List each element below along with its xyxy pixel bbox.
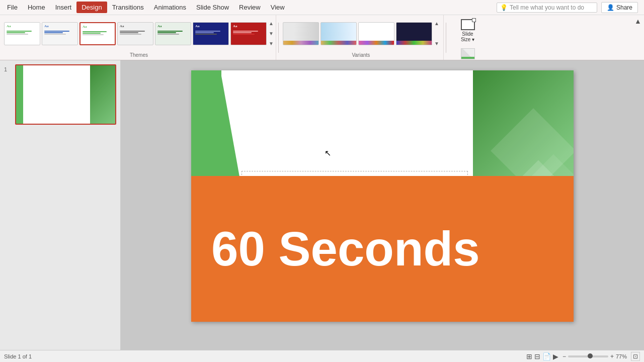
zoom-level: 77% — [616, 353, 627, 359]
overlay-text: 60 Seconds — [211, 221, 480, 277]
slide-thumbnail[interactable] — [15, 64, 116, 125]
menu-review[interactable]: Review — [234, 2, 266, 13]
slide-size-button[interactable]: SlideSize ▾ — [450, 17, 485, 44]
variant-1[interactable] — [283, 22, 319, 45]
slide-item-1[interactable]: 1 — [4, 64, 116, 125]
variants-section: ▲ ▼ Variants — [281, 15, 444, 60]
customize-section: SlideSize ▾ FormatBackground Customize — [448, 15, 489, 60]
fit-slide-button[interactable]: ⊡ — [631, 352, 640, 361]
menu-insert[interactable]: Insert — [50, 2, 77, 13]
search-box[interactable]: 💡 Tell me what you want to do — [497, 3, 597, 13]
themes-divider — [278, 23, 279, 53]
slideshow-button[interactable]: ▶ — [553, 352, 558, 360]
scroll-down-button[interactable]: ▼ — [269, 31, 274, 36]
variant-scroll: ▲ ▼ — [434, 21, 439, 46]
zoom-area: − + 77% — [562, 353, 627, 360]
slide-thumb-inner — [16, 65, 115, 124]
slide-size-icon — [461, 19, 475, 30]
zoom-thumb — [588, 353, 593, 358]
theme-5[interactable]: Aa — [155, 22, 191, 45]
share-label: Share — [616, 4, 632, 11]
menu-file[interactable]: File — [2, 2, 23, 13]
variant-2[interactable] — [320, 22, 357, 45]
canvas-area[interactable]: Click to add title subtitle 60 Seconds ↖ — [121, 60, 644, 362]
share-button[interactable]: 👤 Share — [601, 2, 638, 13]
ribbon-collapse-button[interactable]: ▲ — [634, 17, 642, 25]
menu-home[interactable]: Home — [23, 2, 50, 13]
search-placeholder: Tell me what you want to do — [510, 4, 584, 11]
variant-scroll-up[interactable]: ▲ — [434, 21, 439, 26]
search-area: 💡 Tell me what you want to do 👤 Share — [497, 2, 642, 13]
menu-bar: File Home Insert Design Transitions Anim… — [0, 0, 644, 15]
menu-slideshow[interactable]: Slide Show — [191, 2, 234, 13]
reading-view-button[interactable]: 📄 — [542, 352, 551, 360]
format-background-bar-icon — [461, 57, 474, 59]
theme-1[interactable]: Aa — [4, 22, 40, 45]
slide-info: Slide 1 of 1 — [4, 353, 32, 359]
slide-size-label: SlideSize ▾ — [461, 31, 474, 42]
variant-scroll-down[interactable]: ▼ — [434, 41, 439, 46]
variants-gallery: ▲ ▼ — [283, 17, 439, 50]
theme-3[interactable]: Aa — [79, 22, 116, 45]
slide-panel: 1 — [0, 60, 121, 362]
themes-gallery: Aa Aa — [4, 17, 274, 50]
ribbon: Aa Aa — [0, 15, 644, 60]
zoom-slider[interactable] — [568, 355, 608, 357]
slide-canvas: Click to add title subtitle 60 Seconds — [191, 70, 574, 322]
variants-label: Variants — [352, 50, 370, 58]
theme-6[interactable]: Aa — [193, 22, 229, 45]
scroll-up-button[interactable]: ▲ — [269, 21, 274, 26]
thumb-green-right — [90, 65, 115, 124]
orange-overlay: 60 Seconds — [191, 176, 574, 322]
variant-3[interactable] — [358, 22, 394, 45]
themes-section: Aa Aa — [2, 15, 276, 60]
scroll-more-button[interactable]: ▼ — [269, 41, 274, 46]
ribbon-collapse-area: ▲ — [634, 15, 642, 60]
themes-label: Themes — [130, 50, 148, 58]
slide-sorter-button[interactable]: ⊟ — [534, 352, 540, 360]
status-bar: Slide 1 of 1 ⊞ ⊟ 📄 ▶ − + 77% ⊡ — [0, 350, 644, 362]
main-area: 1 — [0, 60, 644, 362]
status-right: ⊞ ⊟ 📄 ▶ − + 77% ⊡ — [526, 352, 640, 361]
thumb-green-bar — [16, 65, 23, 124]
slide-number: 1 — [4, 64, 12, 72]
format-background-icon — [461, 48, 475, 59]
menu-view[interactable]: View — [266, 2, 290, 13]
normal-view-button[interactable]: ⊞ — [526, 352, 532, 360]
theme-7[interactable]: Aa — [230, 22, 267, 45]
variant-4[interactable] — [396, 22, 432, 45]
variants-divider — [446, 23, 446, 53]
person-icon: 👤 — [607, 4, 614, 11]
theme-4[interactable]: Aa — [117, 22, 153, 45]
zoom-minus-button[interactable]: − — [562, 353, 566, 360]
view-buttons: ⊞ ⊟ 📄 ▶ — [526, 352, 558, 360]
menu-design[interactable]: Design — [76, 2, 107, 13]
variant-gallery — [283, 22, 432, 45]
lightbulb-icon: 💡 — [500, 4, 508, 11]
cursor-indicator — [41, 80, 43, 82]
menu-animations[interactable]: Animations — [149, 2, 191, 13]
resize-handle-icon — [472, 18, 476, 22]
gallery-scroll: ▲ ▼ ▼ — [269, 21, 274, 46]
zoom-plus-button[interactable]: + — [610, 353, 614, 360]
menu-transitions[interactable]: Transitions — [107, 2, 149, 13]
theme-gallery: Aa Aa — [4, 22, 267, 45]
theme-2[interactable]: Aa — [42, 22, 78, 45]
